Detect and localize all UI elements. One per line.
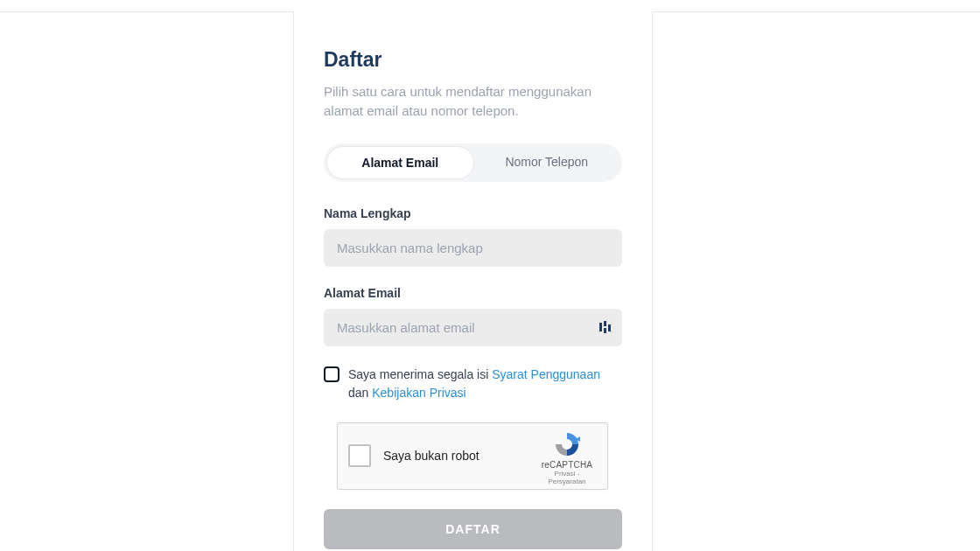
email-input-wrap	[324, 309, 622, 346]
svg-rect-0	[599, 323, 602, 331]
recaptcha-branding: reCAPTCHA Privasi - Persyaratan	[536, 430, 598, 485]
email-input[interactable]	[324, 309, 622, 346]
svg-rect-2	[604, 328, 606, 333]
signup-card: Daftar Pilih satu cara untuk mendaftar m…	[293, 11, 653, 551]
page-title: Daftar	[324, 48, 622, 72]
name-input-wrap	[324, 229, 622, 267]
consent-text: Saya menerima segala isi Syarat Pengguna…	[348, 366, 622, 403]
recaptcha-terms[interactable]: Privasi - Persyaratan	[536, 470, 598, 485]
signup-method-tabs: Alamat Email Nomor Telepon	[324, 143, 622, 182]
svg-rect-3	[608, 324, 611, 331]
recaptcha-widget: Saya bukan robot reCAPTCHA Privasi - Per…	[337, 422, 608, 490]
recaptcha-icon	[553, 430, 581, 458]
password-manager-icon[interactable]	[599, 321, 612, 333]
recaptcha-label: Saya bukan robot	[383, 449, 480, 463]
submit-button[interactable]: DAFTAR	[324, 509, 622, 549]
consent-checkbox[interactable]	[324, 366, 340, 382]
privacy-link[interactable]: Kebijakan Privasi	[372, 386, 466, 400]
svg-rect-1	[604, 321, 606, 326]
tab-email[interactable]: Alamat Email	[326, 146, 474, 179]
consent-middle: dan	[348, 386, 372, 400]
consent-row: Saya menerima segala isi Syarat Pengguna…	[324, 366, 622, 403]
name-input[interactable]	[324, 229, 622, 267]
page-subtitle: Pilih satu cara untuk mendaftar mengguna…	[324, 82, 622, 121]
recaptcha-brand: reCAPTCHA	[536, 460, 598, 470]
terms-link[interactable]: Syarat Penggunaan	[492, 367, 600, 381]
name-label: Nama Lengkap	[324, 206, 622, 220]
recaptcha-checkbox[interactable]	[348, 444, 371, 467]
email-label: Alamat Email	[324, 286, 622, 300]
tab-phone[interactable]: Nomor Telepon	[474, 146, 620, 179]
consent-prefix: Saya menerima segala isi	[348, 367, 492, 381]
